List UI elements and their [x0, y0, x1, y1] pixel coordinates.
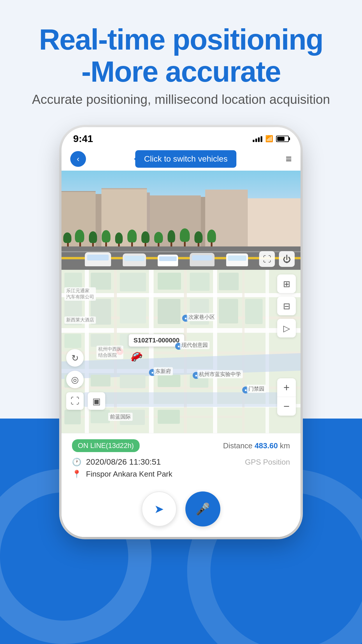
area-label-2: 新西莱大酒店 — [64, 316, 96, 324]
distance-text: Distance 483.60 km — [223, 441, 290, 450]
nav-bar: ‹ Click to switch vehicles ≡ — [61, 147, 301, 171]
route-button[interactable]: ⊟ — [277, 297, 296, 315]
datetime-text: 2020/08/26 11:30:51 — [86, 457, 161, 467]
locate-button[interactable]: ◎ — [66, 371, 84, 388]
poi-label-1: 次家巷小区 — [187, 313, 217, 321]
location-icon: 📍 — [72, 470, 81, 479]
layers-button[interactable]: ⊞ — [277, 274, 296, 293]
gps-label: GPS Position — [245, 458, 290, 467]
zoom-controls: + − — [277, 378, 296, 416]
zoom-out-button[interactable]: − — [277, 397, 296, 416]
status-bar: 9:41 📶 — [61, 127, 301, 147]
map-area[interactable]: + S102T1-000000 🚗 ● 次家巷小区 ● 现代创意园 ● 东新府 … — [61, 270, 301, 433]
main-title: Real-time positioning -More accurate — [0, 23, 362, 88]
location-text: Finspor Ankara Kent Park — [86, 470, 172, 479]
poi-label-5: 门禁园 — [247, 385, 266, 393]
location-row: 📍 Finspor Ankara Kent Park — [72, 470, 290, 479]
zoom-in-button[interactable]: + — [277, 378, 296, 397]
signal-icon — [253, 136, 262, 142]
status-time: 9:41 — [73, 133, 93, 144]
map-left-toolbar: ↻ ◎ ⛶ ▣ — [66, 349, 105, 410]
clock-icon: 🕐 — [72, 458, 81, 467]
fullscreen-button[interactable]: ⛶ — [259, 251, 275, 267]
poi-label-2: 现代创意园 — [180, 341, 210, 349]
status-row: ON LINE(13d22h) Distance 483.60 km — [72, 439, 290, 452]
expand-button[interactable]: ⛶ — [66, 392, 84, 410]
refresh-button[interactable]: ↻ — [66, 349, 84, 367]
street-view: ⛶ ⏻ — [61, 171, 301, 270]
mic-icon: 🎤 — [196, 502, 210, 516]
online-badge: ON LINE(13d22h) — [72, 439, 140, 452]
crop-button[interactable]: ▣ — [88, 392, 105, 410]
navigate-button[interactable]: ➤ — [142, 491, 177, 526]
area-label-1: 乐江元通家汽车有限公司 — [64, 287, 96, 301]
wifi-icon: 📶 — [265, 135, 273, 143]
header-section: Real-time positioning -More accurate Acc… — [0, 0, 362, 116]
battery-icon — [276, 136, 289, 142]
navigate-icon: ➤ — [154, 502, 164, 516]
menu-button[interactable]: ≡ — [286, 154, 292, 164]
bottom-buttons: ➤ 🎤 — [61, 484, 301, 537]
poi-label-4: 杭州市蓝实验中学 — [197, 370, 243, 378]
power-button[interactable]: ⏻ — [279, 251, 295, 267]
phone-frame: 9:41 📶 ‹ Click to switch vehicles ≡ — [61, 127, 301, 537]
poi-label-6: 前蓝国际 — [108, 413, 133, 421]
street-view-controls: ⛶ ⏻ — [259, 251, 295, 267]
switch-vehicles-tooltip[interactable]: Click to switch vehicles — [135, 150, 236, 168]
vehicle-icon: 🚗 — [126, 346, 144, 363]
back-button[interactable]: ‹ — [70, 151, 86, 167]
info-panel: ON LINE(13d22h) Distance 483.60 km 🕐 202… — [61, 433, 301, 484]
subtitle-text: Accurate positioning, millisecond locati… — [0, 92, 362, 107]
mic-button[interactable]: 🎤 — [185, 491, 220, 526]
status-icons: 📶 — [253, 135, 289, 143]
map-right-toolbar: ⊞ ⊟ ▷ — [277, 274, 296, 337]
poi-label-3: 东新府 — [154, 367, 173, 375]
distance-value: 483.60 — [255, 441, 280, 450]
datetime-row: 🕐 2020/08/26 11:30:51 GPS Position — [72, 457, 290, 467]
terminal-button[interactable]: ▷ — [277, 319, 296, 337]
